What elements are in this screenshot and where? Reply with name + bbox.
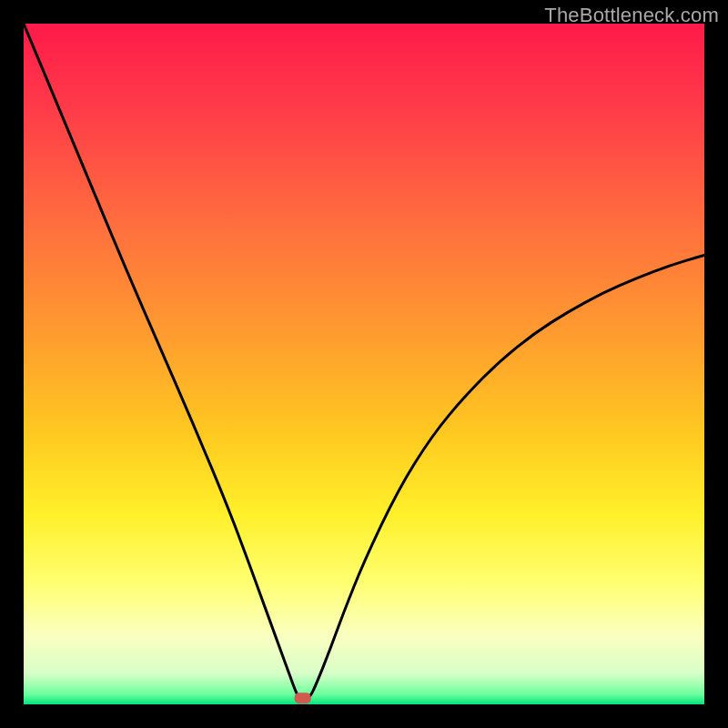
chart-frame: TheBottleneck.com [0, 0, 728, 728]
bottleneck-chart [24, 24, 704, 704]
optimal-point-marker [295, 693, 311, 703]
plot-area [24, 24, 704, 704]
gradient-background [24, 24, 704, 704]
